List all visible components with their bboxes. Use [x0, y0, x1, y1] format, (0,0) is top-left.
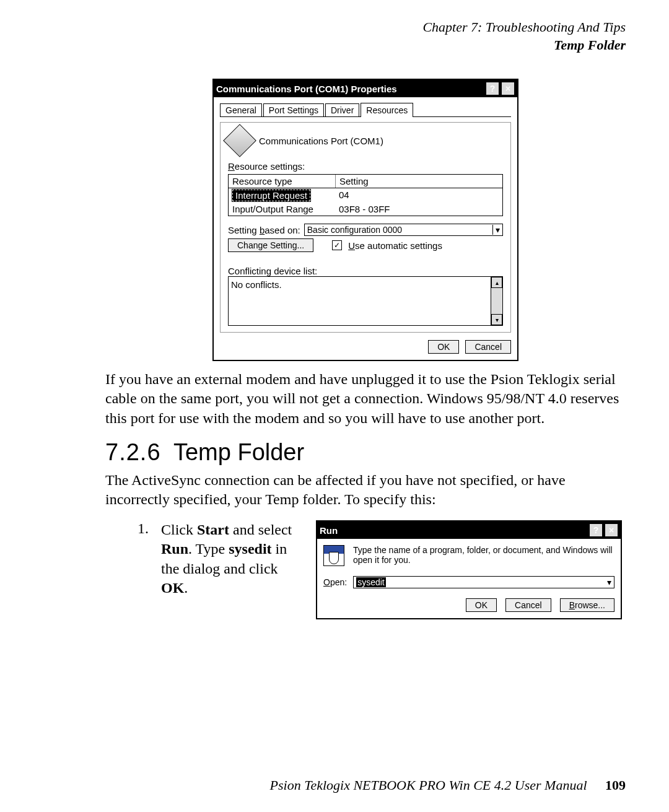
change-setting-button[interactable]: Change Setting...	[228, 238, 313, 252]
close-icon[interactable]: ×	[605, 523, 618, 537]
header-section: Temp Folder	[105, 37, 626, 55]
scroll-down-icon[interactable]: ▾	[491, 314, 502, 325]
run-title: Run	[320, 525, 587, 536]
setting-based-combo[interactable]: Basic configuration 0000 ▾	[304, 224, 503, 236]
setting-based-label: Setting based on:	[228, 225, 300, 235]
resource-settings-label: esource settings:	[235, 161, 305, 172]
row-io-value: 03F8 - 03FF	[335, 203, 394, 216]
ok-button[interactable]: OK	[466, 598, 497, 612]
heading-number: 7.2.6	[105, 439, 161, 465]
row-interrupt-request[interactable]: Interrupt Request	[232, 190, 310, 201]
temp-folder-intro: The ActiveSync connection can be affecte…	[105, 471, 626, 509]
help-icon[interactable]: ?	[589, 523, 603, 537]
tab-general[interactable]: General	[220, 103, 262, 116]
tab-resources[interactable]: Resources	[361, 103, 413, 117]
open-combobox[interactable]: sysedit ▾	[353, 576, 614, 588]
open-value: sysedit	[356, 577, 386, 587]
th-setting: Setting	[336, 175, 502, 188]
tab-driver[interactable]: Driver	[325, 103, 359, 116]
row-interrupt-value: 04	[335, 188, 353, 203]
device-name: Communications Port (COM1)	[259, 136, 383, 146]
run-message: Type the name of a program, folder, or d…	[353, 545, 614, 565]
modem-note-paragraph: If you have an external modem and have u…	[105, 370, 626, 428]
chevron-down-icon: ▾	[492, 225, 500, 235]
close-icon[interactable]: ×	[501, 82, 515, 95]
scroll-up-icon[interactable]: ▴	[491, 277, 502, 288]
cancel-button[interactable]: Cancel	[505, 598, 551, 612]
step-number: 1.	[105, 520, 149, 537]
conflict-list: No conflicts. ▴ ▾	[228, 276, 503, 326]
cancel-button[interactable]: Cancel	[465, 340, 511, 354]
use-auto-label: Use automatic settings	[348, 240, 442, 251]
run-icon	[323, 545, 344, 566]
scrollbar[interactable]: ▴ ▾	[491, 277, 502, 325]
com1-title: Communications Port (COM1) Properties	[216, 84, 484, 94]
chevron-down-icon: ▾	[607, 577, 611, 587]
th-resource-type: Resource type	[229, 175, 336, 188]
use-auto-checkbox[interactable]: ✓	[332, 240, 342, 250]
device-icon	[223, 124, 256, 157]
run-dialog: Run ? × Type the name of a program, fold…	[316, 520, 622, 619]
setting-based-value: Basic configuration 0000	[307, 225, 402, 235]
com1-titlebar: Communications Port (COM1) Properties ? …	[214, 80, 517, 97]
heading-title: Temp Folder	[173, 439, 304, 465]
help-icon[interactable]: ?	[486, 82, 499, 95]
footer-page-number: 109	[605, 777, 626, 793]
footer-manual-title: Psion Teklogix NETBOOK PRO Win CE 4.2 Us…	[270, 777, 587, 793]
step-text: Click Start and select Run. Type sysedit…	[161, 520, 304, 598]
conflict-label: Conflicting device list:	[228, 266, 503, 276]
browse-button[interactable]: Browse...	[560, 598, 614, 612]
ok-button[interactable]: OK	[428, 340, 459, 354]
open-label: Open:	[323, 577, 347, 587]
header-chapter: Chapter 7: Troubleshooting And Tips	[105, 19, 626, 37]
conflict-text: No conflicts.	[231, 279, 282, 290]
resource-settings-table: Resource type Setting Interrupt Request …	[228, 174, 503, 216]
tab-port-settings[interactable]: Port Settings	[263, 103, 324, 116]
com1-properties-dialog: Communications Port (COM1) Properties ? …	[212, 79, 518, 361]
row-io-range: Input/Output Range	[229, 203, 335, 216]
